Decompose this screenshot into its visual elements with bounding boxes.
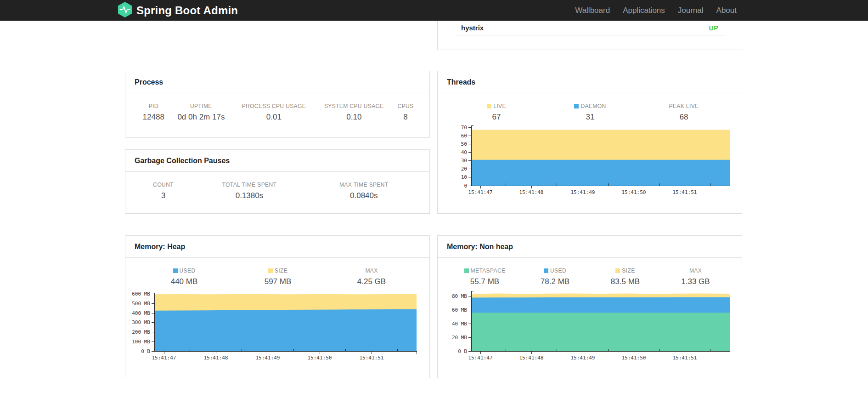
application-status-badge: UP bbox=[709, 24, 718, 32]
memory-heap-card: Memory: Heap USED SIZE MAX 440 MB 597 MB… bbox=[125, 235, 430, 378]
gc-card-title: Garbage Collection Pauses bbox=[125, 150, 429, 172]
stat-label: CPUS bbox=[393, 103, 418, 113]
metaspace-series-swatch bbox=[464, 268, 469, 273]
used-series-swatch bbox=[173, 268, 178, 273]
stat-value: 0d 0h 2m 17s bbox=[170, 113, 233, 122]
stat-value: 597 MB bbox=[231, 277, 325, 286]
live-series-swatch bbox=[487, 104, 491, 108]
stat-label: PROCESS CPU USAGE bbox=[232, 103, 315, 113]
svg-text:15:41:47: 15:41:47 bbox=[468, 189, 493, 195]
top-navbar: Spring Boot Admin Wallboard Applications… bbox=[0, 0, 868, 21]
memory-heap-chart: 0 B100 MB200 MB300 MB400 MB500 MB600 MB1… bbox=[125, 286, 430, 364]
svg-text:15:41:50: 15:41:50 bbox=[622, 355, 646, 361]
memory-nonheap-chart: 0 B20 MB40 MB60 MB80 MB15:41:4715:41:481… bbox=[438, 286, 743, 364]
garbage-collection-card: Garbage Collection Pauses COUNT TOTAL TI… bbox=[125, 149, 430, 214]
svg-text:15:41:51: 15:41:51 bbox=[673, 189, 697, 195]
stat-label: MAX TIME SPENT bbox=[310, 182, 418, 191]
nonheap-card-title: Memory: Non heap bbox=[438, 236, 742, 258]
svg-text:50: 50 bbox=[461, 141, 467, 147]
svg-text:0 B: 0 B bbox=[458, 348, 467, 354]
svg-text:15:41:49: 15:41:49 bbox=[571, 355, 595, 361]
svg-text:400 MB: 400 MB bbox=[132, 310, 150, 316]
daemon-series-swatch bbox=[574, 104, 579, 108]
application-name-link[interactable]: hystrix bbox=[461, 24, 484, 32]
svg-text:40: 40 bbox=[461, 149, 467, 155]
spring-boot-admin-screen: Spring Boot Admin Wallboard Applications… bbox=[0, 0, 868, 410]
svg-text:80 MB: 80 MB bbox=[452, 293, 467, 299]
svg-text:70: 70 bbox=[461, 125, 467, 131]
stat-value: 0.01 bbox=[232, 113, 315, 122]
svg-text:600 MB: 600 MB bbox=[132, 291, 150, 297]
heap-card-title: Memory: Heap bbox=[125, 236, 429, 258]
stat-value: 83.5 MB bbox=[590, 277, 660, 286]
svg-text:15:41:47: 15:41:47 bbox=[152, 355, 176, 361]
stat-value: 67 bbox=[450, 113, 543, 122]
stat-label: TOTAL TIME SPENT bbox=[189, 182, 309, 191]
application-row-divider bbox=[455, 35, 725, 35]
stat-value: 4.25 GB bbox=[325, 277, 418, 286]
svg-text:40 MB: 40 MB bbox=[452, 321, 467, 327]
stat-label: USED bbox=[137, 268, 231, 277]
stat-value: 78.2 MB bbox=[520, 277, 590, 286]
used-series-swatch bbox=[544, 268, 548, 273]
stat-label: COUNT bbox=[137, 182, 189, 191]
svg-text:100 MB: 100 MB bbox=[132, 339, 150, 345]
svg-text:15:41:47: 15:41:47 bbox=[468, 355, 493, 361]
size-series-swatch bbox=[615, 268, 620, 273]
stat-value: 0.0840s bbox=[310, 191, 418, 200]
svg-text:15:41:50: 15:41:50 bbox=[622, 189, 646, 195]
svg-text:20: 20 bbox=[461, 166, 467, 172]
svg-text:10: 10 bbox=[461, 174, 467, 180]
stat-value: 31 bbox=[543, 113, 637, 122]
stat-label: PID bbox=[137, 103, 170, 113]
svg-text:15:41:49: 15:41:49 bbox=[256, 355, 280, 361]
stat-label: LIVE bbox=[450, 103, 543, 113]
stat-value: 68 bbox=[637, 113, 731, 122]
process-card-title: Process bbox=[125, 71, 429, 93]
stat-label: MAX bbox=[325, 268, 418, 277]
navbar-menu: Wallboard Applications Journal About bbox=[569, 0, 743, 21]
gc-stats-table: COUNT TOTAL TIME SPENT MAX TIME SPENT 3 … bbox=[137, 182, 418, 200]
stat-value: 0.10 bbox=[316, 113, 393, 122]
application-row[interactable]: hystrix UP bbox=[455, 21, 725, 35]
svg-text:15:41:51: 15:41:51 bbox=[673, 355, 697, 361]
svg-text:15:41:51: 15:41:51 bbox=[360, 355, 384, 361]
process-stats-table: PID UPTIME PROCESS CPU USAGE SYSTEM CPU … bbox=[137, 103, 418, 122]
svg-text:0 B: 0 B bbox=[141, 348, 150, 354]
svg-text:15:41:48: 15:41:48 bbox=[204, 355, 228, 361]
stat-value: 12488 bbox=[137, 113, 170, 122]
spring-boot-admin-logo-icon bbox=[118, 1, 132, 20]
nav-item-applications[interactable]: Applications bbox=[616, 0, 671, 21]
stat-value: 440 MB bbox=[137, 277, 231, 286]
nav-item-wallboard[interactable]: Wallboard bbox=[569, 0, 616, 21]
stat-value: 55.7 MB bbox=[450, 277, 520, 286]
svg-text:300 MB: 300 MB bbox=[132, 319, 150, 325]
svg-text:60: 60 bbox=[461, 133, 467, 139]
svg-text:15:41:48: 15:41:48 bbox=[519, 355, 544, 361]
stat-label: METASPACE bbox=[450, 268, 520, 277]
brand-title: Spring Boot Admin bbox=[136, 4, 238, 17]
svg-text:200 MB: 200 MB bbox=[132, 329, 150, 335]
nonheap-stats-table: METASPACE USED SIZE MAX 55.7 MB 78.2 MB … bbox=[450, 268, 731, 286]
svg-text:15:41:49: 15:41:49 bbox=[571, 189, 595, 195]
stat-label: SIZE bbox=[231, 268, 325, 277]
heap-stats-table: USED SIZE MAX 440 MB 597 MB 4.25 GB bbox=[137, 268, 418, 286]
stat-label: USED bbox=[520, 268, 590, 277]
nav-item-journal[interactable]: Journal bbox=[671, 0, 710, 21]
nav-item-about[interactable]: About bbox=[710, 0, 743, 21]
stat-value: 8 bbox=[393, 113, 418, 122]
memory-nonheap-card: Memory: Non heap METASPACE USED SIZE MAX… bbox=[437, 235, 742, 378]
svg-text:500 MB: 500 MB bbox=[132, 301, 150, 307]
threads-card: Threads LIVE DAEMON PEAK LIVE 67 31 68 0… bbox=[437, 71, 742, 214]
stat-label: PEAK LIVE bbox=[637, 103, 731, 113]
svg-text:15:41:50: 15:41:50 bbox=[308, 355, 332, 361]
brand-link[interactable]: Spring Boot Admin bbox=[118, 0, 238, 21]
svg-text:0: 0 bbox=[464, 183, 467, 189]
stat-label: MAX bbox=[660, 268, 731, 277]
stat-value: 3 bbox=[137, 191, 189, 200]
stat-label: UPTIME bbox=[170, 103, 233, 113]
svg-text:60 MB: 60 MB bbox=[452, 307, 467, 313]
svg-text:20 MB: 20 MB bbox=[452, 335, 467, 341]
size-series-swatch bbox=[268, 268, 273, 273]
stat-value: 1.33 GB bbox=[660, 277, 731, 286]
